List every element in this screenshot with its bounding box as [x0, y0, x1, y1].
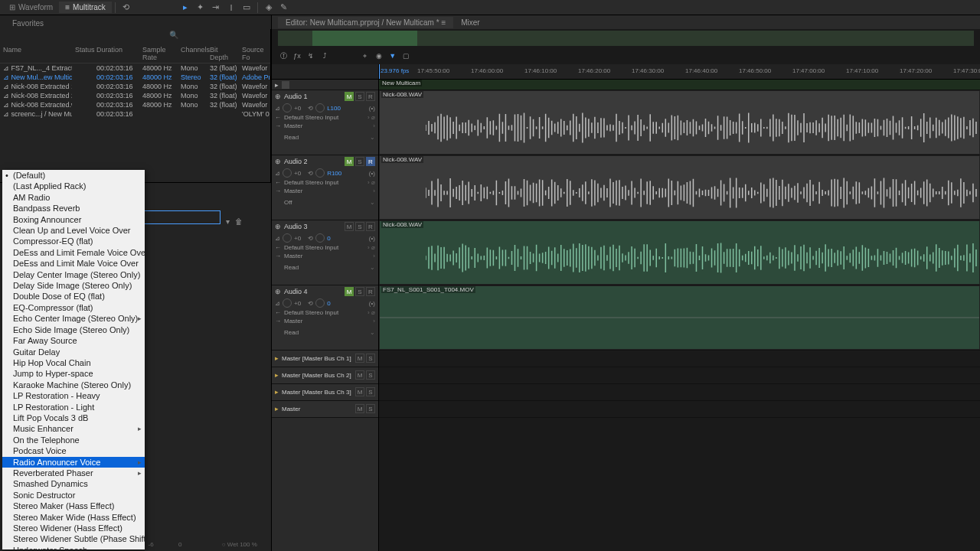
toolbar-history-icon[interactable]: ⟲	[120, 2, 132, 14]
record-button[interactable]: R	[366, 157, 375, 166]
preset-menu-item[interactable]: Podcast Voice	[2, 445, 145, 456]
file-row[interactable]: ⊿ screenc...j / New Multicam00:02:03:16'…	[0, 109, 270, 119]
preset-menu-item[interactable]: Echo Side Image (Stereo Only)	[2, 324, 145, 335]
track-lane[interactable]: FS7_NL_S001_S001_T004.MOV	[379, 285, 980, 350]
track-lane[interactable]: Nick-008.WAV	[379, 90, 980, 155]
preset-menu-item[interactable]: Sonic Destructor	[2, 490, 145, 500]
preset-menu-item[interactable]: Echo Center Image (Stereo Only)	[2, 313, 145, 324]
mute-button[interactable]: M	[355, 404, 364, 413]
mute-button[interactable]: M	[345, 287, 354, 296]
time-tool-icon[interactable]: I	[225, 2, 237, 14]
solo-button[interactable]: S	[355, 287, 364, 296]
zoom-icon[interactable]: ▢	[401, 51, 412, 61]
solo-button[interactable]: S	[366, 370, 375, 380]
preset-menu-item[interactable]: Stereo Maker Wide (Hass Effect)	[2, 512, 145, 523]
bus-header[interactable]: ▸Master [Master Bus Ch 3]MS	[272, 384, 378, 401]
overview-bar[interactable]	[278, 31, 974, 46]
preset-menu-item[interactable]: DeEss and Limit Female Voice Over	[2, 247, 145, 258]
mute-button[interactable]: M	[355, 354, 364, 363]
mute-button[interactable]: M	[345, 157, 354, 166]
fx-toggle-icon[interactable]: ƒx	[292, 51, 302, 61]
globe-icon[interactable]: ◉	[374, 51, 384, 61]
env-icon[interactable]: ↯	[305, 51, 316, 61]
preset-menu-item[interactable]: (Last Applied Rack)	[2, 181, 145, 191]
preset-menu-item[interactable]: Hip Hop Vocal Chain	[2, 357, 145, 368]
brush-tool-icon[interactable]: ✎	[278, 2, 290, 14]
preset-menu-item[interactable]: Jump to Hyper-space	[2, 368, 145, 379]
pan-knob[interactable]	[315, 298, 325, 308]
record-button[interactable]: R	[366, 92, 375, 101]
preset-menu-item[interactable]: Smashed Dynamics	[2, 478, 145, 489]
editor-tab[interactable]: Editor: New Multicam.prproj / New Multic…	[278, 17, 453, 28]
vol-knob[interactable]	[283, 168, 292, 178]
mute-button[interactable]: M	[345, 222, 354, 231]
mute-button[interactable]: M	[345, 92, 354, 101]
video-toggle-icon[interactable]: ▸	[275, 81, 279, 89]
pan-knob[interactable]	[315, 233, 325, 243]
preset-menu-item[interactable]: Double Dose of EQ (flat)	[2, 291, 145, 302]
track-lane[interactable]: Nick-008.WAV	[379, 155, 980, 220]
heal-tool-icon[interactable]: ◈	[263, 2, 275, 14]
solo-button[interactable]: S	[355, 157, 364, 166]
record-button[interactable]: R	[366, 287, 375, 296]
delete-preset-icon[interactable]: 🗑	[235, 217, 243, 226]
preset-menu-item[interactable]: Reverberated Phaser	[2, 468, 145, 478]
preset-menu-item[interactable]: AM Radio	[2, 192, 145, 203]
preset-menu-item[interactable]: Stereo Maker (Hass Effect)	[2, 500, 145, 511]
bus-header[interactable]: ▸Master [Master Bus Ch 1]MS	[272, 350, 378, 367]
bus-header[interactable]: ▸MasterMS	[272, 401, 378, 418]
track-header[interactable]: ⊕Audio 4MSR ⊿+0⟲0(•) ←Default Stereo Inp…	[272, 285, 378, 350]
track-lane[interactable]: Nick-008.WAV	[379, 220, 980, 285]
solo-button[interactable]: S	[355, 222, 364, 231]
preset-menu-item[interactable]: EQ-Compressor (flat)	[2, 302, 145, 313]
vol-knob[interactable]	[283, 298, 292, 308]
tab-waveform[interactable]: ⊞ Waveform	[3, 2, 59, 13]
preset-menu-item[interactable]: Far Away Source	[2, 335, 145, 346]
playhead[interactable]	[379, 64, 380, 79]
solo-button[interactable]: S	[366, 404, 375, 413]
bus-header[interactable]: ▸Master [Master Bus Ch 2]MS	[272, 367, 378, 384]
vol-knob[interactable]	[283, 233, 292, 243]
fx-icon[interactable]: ⓕ	[278, 51, 289, 61]
slip-tool-icon[interactable]: ⇥	[210, 2, 222, 14]
preset-menu-item[interactable]: Radio Announcer Voice	[2, 457, 145, 468]
vol-knob[interactable]	[283, 103, 292, 112]
preset-menu-item[interactable]: Karaoke Machine (Stereo Only)	[2, 380, 145, 390]
solo-button[interactable]: S	[355, 92, 364, 101]
snap-icon[interactable]: ⌖	[360, 51, 371, 61]
track-header[interactable]: ⊕Audio 2MSR ⊿+0⟲R100(•) ←Default Stereo …	[272, 155, 378, 220]
preset-menu-item[interactable]: Delay Center Image (Stereo Only)	[2, 269, 145, 280]
solo-button[interactable]: S	[366, 387, 375, 396]
file-row[interactable]: ⊿ Nick-008 Extracted 1.wav00:02:03:16480…	[0, 82, 270, 91]
panel-favorites[interactable]: Favorites	[6, 18, 50, 29]
time-ruler[interactable]: 23.976 fps 17:45:50:0017:46:00:0017:46:1…	[379, 64, 980, 80]
preset-menu-item[interactable]: DeEss and Limit Male Voice Over	[2, 258, 145, 269]
preset-menu-item[interactable]: Delay Side Image (Stereo Only)	[2, 280, 145, 291]
track-header[interactable]: ⊕Audio 3MSR ⊿+0⟲0(•) ←Default Stereo Inp…	[272, 220, 378, 285]
marquee-tool-icon[interactable]: ▭	[240, 2, 253, 14]
tab-multitrack[interactable]: ≡ Multitrack	[59, 2, 112, 13]
pan-knob[interactable]	[315, 103, 325, 112]
record-button[interactable]: R	[366, 222, 375, 231]
razor-tool-icon[interactable]: ✦	[194, 2, 207, 14]
preset-menu-item[interactable]: On the Telephone	[2, 435, 145, 445]
file-row[interactable]: ⊿ Nick-008 Extracted 2.wav00:02:03:16480…	[0, 91, 270, 100]
preset-menu-item[interactable]: Compressor-EQ (flat)	[2, 236, 145, 246]
preset-menu-item[interactable]: Bandpass Reverb	[2, 203, 145, 214]
preset-menu-item[interactable]: Boxing Announcer	[2, 214, 145, 225]
playhead-icon[interactable]: ▼	[387, 51, 398, 61]
preset-menu-item[interactable]: LP Restoration - Light	[2, 402, 145, 412]
preset-menu-item[interactable]: Music Enhancer	[2, 423, 145, 434]
track-header[interactable]: ⊕Audio 1MSR ⊿+0⟲L100(•) ←Default Stereo …	[272, 90, 378, 155]
mixer-tab[interactable]: Mixer	[453, 17, 487, 28]
preset-menu-item[interactable]: Stereo Widener Subtle (Phase Shifter)	[2, 533, 145, 544]
preset-menu-item[interactable]: (Default)	[2, 170, 145, 181]
preset-menu-item[interactable]: LP Restoration - Heavy	[2, 390, 145, 401]
file-row[interactable]: ⊿ New Mul...ew Multicam *00:02:03:164800…	[0, 73, 270, 82]
solo-button[interactable]: S	[366, 354, 375, 363]
pan-knob[interactable]	[315, 168, 325, 178]
video-lane[interactable]: New Multicam	[379, 80, 980, 90]
send-icon[interactable]: ⤴	[319, 51, 330, 61]
save-preset-icon[interactable]: ▾	[226, 217, 230, 226]
track-color-swatch[interactable]	[282, 81, 289, 89]
